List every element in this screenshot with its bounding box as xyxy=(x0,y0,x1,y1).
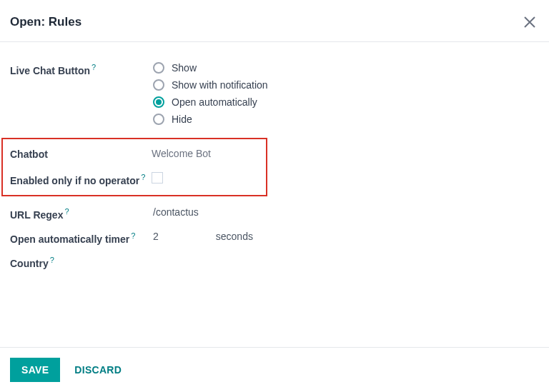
chatbot-value: Welcome Bot xyxy=(152,148,211,159)
help-icon[interactable]: ? xyxy=(64,207,69,216)
help-icon[interactable]: ? xyxy=(131,231,135,240)
highlight-box: Chatbot Welcome Bot Enabled only if no o… xyxy=(1,138,267,196)
close-button[interactable] xyxy=(520,13,539,31)
radio-label: Show xyxy=(172,62,197,74)
dialog-title: Open: Rules xyxy=(10,15,81,29)
field-enabled-only-no-operator: Enabled only if no operator? xyxy=(10,171,259,188)
radio-icon xyxy=(153,96,164,108)
field-label: Open automatically timer? xyxy=(10,229,153,246)
field-value[interactable] xyxy=(153,253,539,255)
radio-group-live-chat: Show Show with notification Open automat… xyxy=(153,61,539,131)
radio-option-show[interactable]: Show xyxy=(153,62,539,74)
field-label: URL Regex? xyxy=(10,205,153,222)
checkbox-enabled-only[interactable] xyxy=(152,172,163,184)
dialog-content: Live Chat Button? Show Show with notific… xyxy=(0,42,549,293)
radio-icon xyxy=(153,79,164,91)
label-text: URL Regex xyxy=(10,209,63,221)
dialog-footer: SAVE DISCARD xyxy=(0,347,549,392)
field-label: Chatbot xyxy=(10,146,152,162)
label-text: Country xyxy=(10,258,49,269)
timer-unit: seconds xyxy=(216,231,253,242)
label-text: Chatbot xyxy=(10,149,48,160)
label-text: Live Chat Button xyxy=(10,65,90,76)
radio-label: Hide xyxy=(172,114,192,125)
field-auto-timer: Open automatically timer? 2 seconds xyxy=(10,229,539,246)
field-url-regex: URL Regex? /contactus xyxy=(10,205,539,222)
close-icon xyxy=(523,16,536,29)
radio-icon xyxy=(153,114,164,125)
radio-option-hide[interactable]: Hide xyxy=(153,114,539,125)
field-label: Country? xyxy=(10,253,153,271)
timer-value[interactable]: 2 xyxy=(153,231,159,242)
field-value xyxy=(152,171,259,186)
url-regex-value: /contactus xyxy=(153,206,199,218)
field-chatbot: Chatbot Welcome Bot xyxy=(10,146,259,162)
help-icon[interactable]: ? xyxy=(50,256,54,264)
field-country: Country? xyxy=(10,253,539,271)
label-text: Open automatically timer xyxy=(10,233,129,245)
radio-icon xyxy=(153,62,164,74)
field-value: 2 seconds xyxy=(153,229,539,242)
label-text: Enabled only if no operator xyxy=(10,174,139,186)
radio-label: Open automatically xyxy=(172,96,257,108)
radio-option-show-notification[interactable]: Show with notification xyxy=(153,79,539,91)
field-value[interactable]: /contactus xyxy=(153,205,539,218)
field-label: Enabled only if no operator? xyxy=(10,171,152,188)
field-label: Live Chat Button? xyxy=(10,61,153,78)
discard-button[interactable]: DISCARD xyxy=(74,364,122,376)
save-button[interactable]: SAVE xyxy=(10,358,60,382)
help-icon[interactable]: ? xyxy=(92,63,96,71)
radio-option-open-auto[interactable]: Open automatically xyxy=(153,96,539,108)
dialog-header: Open: Rules xyxy=(0,0,549,41)
field-live-chat-button: Live Chat Button? Show Show with notific… xyxy=(10,61,539,131)
field-value[interactable]: Welcome Bot xyxy=(152,146,259,159)
radio-label: Show with notification xyxy=(172,79,268,91)
help-icon[interactable]: ? xyxy=(141,173,145,181)
